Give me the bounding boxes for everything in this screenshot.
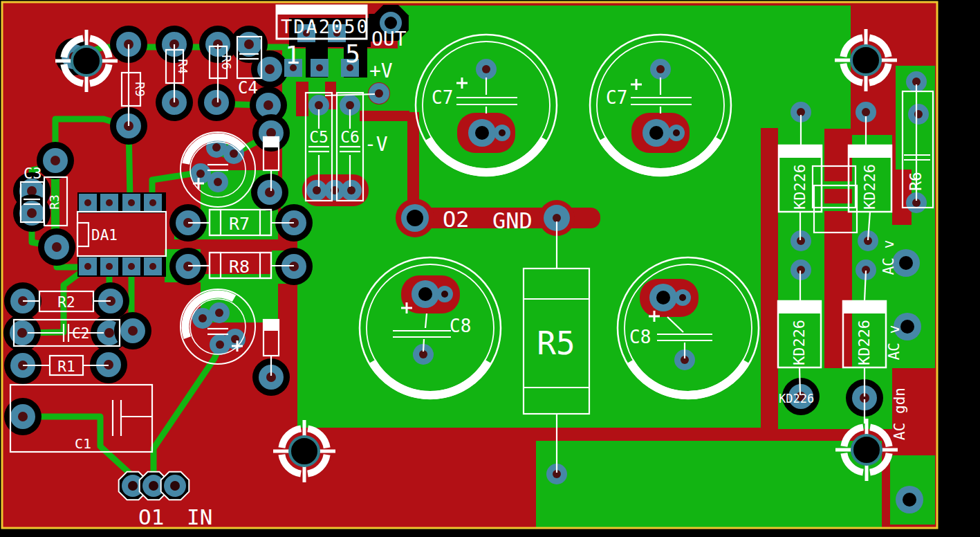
r8-label: R8 — [229, 257, 250, 277]
pcb-layout-image: TDA2050 1 5 OUT +V -V R9 R4 R6 C4 C3 R3 … — [0, 0, 980, 537]
ic-label: TDA2050 — [281, 16, 369, 37]
r2-label: R2 — [57, 294, 75, 311]
c1-label: C1 — [75, 435, 91, 452]
right-margin — [939, 0, 980, 537]
r3-label: R3 — [47, 194, 62, 210]
o2-label: O2 — [443, 206, 470, 233]
v-minus-label: -V — [364, 133, 388, 156]
c7-right-label: C7 — [606, 87, 627, 108]
ac-v-bottom-label: AC v — [886, 325, 903, 361]
ic-pin1-label: 1 — [285, 41, 300, 69]
input-pad-3 — [161, 472, 189, 500]
bottom-margin — [0, 528, 980, 537]
r6-top-label: R6 — [219, 55, 234, 70]
c4-label: C4 — [238, 78, 258, 98]
r6-right-label: R6 — [907, 172, 925, 191]
pcb-board: TDA2050 1 5 OUT +V -V R9 R4 R6 C4 C3 R3 … — [0, 0, 980, 537]
c8-right-label: C8 — [629, 327, 651, 347]
input-label: O1 IN — [138, 504, 212, 529]
r1-label: R1 — [57, 358, 75, 375]
ac-gnd-label: AC gdn — [891, 388, 908, 440]
r4-label: R4 — [176, 59, 190, 74]
v-plus-label: +V — [369, 60, 393, 82]
gnd-label: GND — [492, 208, 533, 234]
kd226-2-label: KD226 — [861, 164, 878, 210]
kd226-3-label: KD226 — [791, 320, 808, 365]
c3-label: C3 — [24, 165, 42, 182]
ic-pin5-label: 5 — [345, 39, 360, 68]
r5-label: R5 — [537, 325, 575, 362]
out-label: OUT — [371, 28, 407, 51]
kd226-4-label: KD226 — [856, 320, 873, 365]
c6-label: C6 — [340, 128, 360, 146]
c7-left-label: C7 — [432, 87, 453, 108]
r9-label: R9 — [133, 82, 147, 97]
kd226-1-label: KD226 — [791, 164, 808, 210]
ac-v-top-label: AC v — [880, 240, 897, 275]
da1-label: DA1 — [91, 227, 118, 244]
c8-left-label: C8 — [450, 316, 471, 336]
kd226-note-label: KD226 — [779, 392, 814, 406]
c5-label: C5 — [309, 128, 329, 146]
r7-label: R7 — [229, 214, 250, 234]
c2-label: C2 — [72, 325, 89, 342]
